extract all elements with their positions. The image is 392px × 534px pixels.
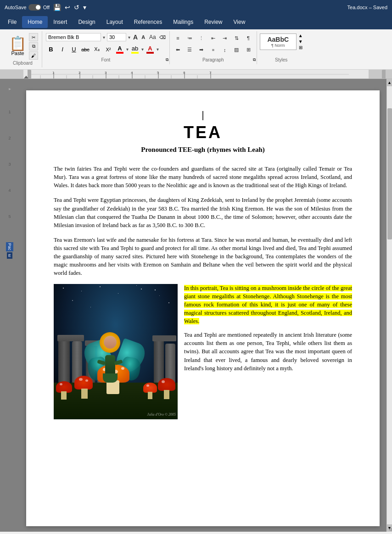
menu-home[interactable]: Home [22,16,48,28]
superscript-button[interactable]: X² [103,44,113,55]
ruler: 1 2 3 4 5 6 7 [0,70,392,79]
svg-text:4: 4 [131,71,133,75]
margin-indicator: ◄ [8,87,12,91]
menu-view[interactable]: View [228,16,251,28]
numbering-button[interactable]: ≔ [184,33,195,43]
font-expand[interactable]: ⧉ [166,57,168,62]
menu-design[interactable]: Design [73,16,101,28]
font-color-button[interactable]: A [115,44,125,55]
justify-button[interactable]: ≡ [208,45,219,55]
align-left-button[interactable]: ⬅ [173,45,184,55]
paragraph-2: Tea and Tephi were Egyptian princesses, … [54,196,352,229]
font-name-dropdown[interactable]: ▾ [103,35,105,40]
document-subtitle: Pronounced TEE-ugh (rhymes with Leah) [54,146,352,154]
title-bar-left: AutoSave Off 💾 ↩ ↺ ▾ [5,4,86,11]
document-title: TEA [54,123,352,142]
menu-references[interactable]: References [129,16,168,28]
style-normal[interactable]: AaBbC ¶ Norm [260,33,297,50]
cursor-bar [202,111,203,120]
menu-layout[interactable]: Layout [101,16,129,28]
font-size-input[interactable] [107,33,126,41]
svg-text:2: 2 [78,71,81,75]
scrollbar-track[interactable] [387,86,392,524]
paragraph-1: The twin fairies Tea and Tephi were the … [54,165,352,189]
shrink-font-button[interactable]: A [140,34,146,40]
styles-up-button[interactable]: ▲ [298,33,303,38]
grow-font-button[interactable]: A [132,33,139,41]
sort-button[interactable]: ⇅ [231,33,242,43]
page-indicator-2: E [7,252,12,259]
paste-button[interactable]: 📋 Paste [7,35,28,58]
fairy-image: Julia d'Oro © 2005 [54,284,178,419]
clipboard-label: Clipboard [13,61,33,66]
font-color-dropdown[interactable]: ▾ [126,47,129,52]
highlight-dropdown[interactable]: ▾ [141,47,144,52]
show-formatting-button[interactable]: ¶ [243,33,254,43]
multilevel-list-button[interactable]: ⋮ [196,33,207,43]
scrollbar-up-button[interactable]: ▲ [387,79,392,86]
styles-label: Styles [260,57,303,62]
styles-more-button[interactable]: ⊞ [298,45,303,50]
underline-button[interactable]: U [69,44,79,55]
image-credit: Julia d'Oro © 2005 [147,412,176,417]
cut-button[interactable]: ✂ [29,33,38,41]
autosave-label: AutoSave Off [5,4,50,11]
line-spacing-button[interactable]: ↕ [219,45,230,55]
menu-bar: File Home Insert Design Layout Reference… [0,15,392,29]
paragraph-expand[interactable]: ⧉ [253,57,256,62]
format-painter-button[interactable]: 🖌 [29,51,38,60]
document-area: ◄ 1 2 3 4 5 Pac E TEA Pronounced TEE-ugh… [0,79,392,532]
highlighted-paragraph: In this portrait, Tea is sitting on a mu… [184,284,352,326]
autosave-toggle[interactable] [28,4,41,11]
menu-mailings[interactable]: Mailings [168,16,199,28]
text-highlight-button[interactable]: ab [130,44,140,55]
undo-icon[interactable]: ↩ [65,4,70,11]
svg-text:7: 7 [209,71,212,75]
font-size-dropdown[interactable]: ▾ [128,35,130,40]
italic-button[interactable]: I [57,44,67,55]
document-body: The twin fairies Tea and Tephi were the … [54,165,352,419]
margin-numbers: 1 2 3 4 5 [8,110,11,240]
shading-button[interactable]: ▨ [231,45,242,55]
change-case-button[interactable]: Aa [148,34,157,40]
document-page: TEA Pronounced TEE-ugh (rhymes with Leah… [26,90,380,526]
menu-review[interactable]: Review [199,16,228,28]
paragraph-4: Tea and Tephi are mentioned repeatedly i… [184,331,352,373]
clipboard-expand[interactable]: ⧉ [389,527,392,532]
scrollbar-thumb[interactable] [387,108,392,240]
menu-insert[interactable]: Insert [48,16,73,28]
strikethrough-button[interactable]: abc [80,44,90,55]
clear-format-button[interactable]: ⌫ [159,35,166,40]
font-name-input[interactable] [46,33,101,41]
page-container[interactable]: TEA Pronounced TEE-ugh (rhymes with Leah… [19,79,386,532]
align-right-button[interactable]: ➡ [196,45,207,55]
font-color2-dropdown[interactable]: ▾ [157,47,159,52]
ribbon: 📋 Paste ✂ ⧉ 🖌 Clipboard ⧉ ▾ ▾ A A [0,29,392,70]
image-text-section: Julia d'Oro © 2005 In this portrait, Tea… [54,284,352,419]
copy-button[interactable]: ⧉ [29,42,38,50]
align-center-button[interactable]: ☰ [184,45,195,55]
paragraph-label: Paragraph [173,57,254,62]
more-icon[interactable]: ▾ [83,4,86,11]
subscript-button[interactable]: X₂ [92,44,102,55]
vertical-scrollbar[interactable]: ▲ ▼ [386,79,392,532]
decrease-indent-button[interactable]: ⇤ [208,33,219,43]
highlighted-text: In this portrait, Tea is sitting on a mu… [184,285,352,325]
font-section: ▾ ▾ A A Aa ⌫ B I U abc X₂ X² A ▾ [42,31,170,64]
save-icon[interactable]: 💾 [53,4,61,11]
document-filename: Tea.docx – Saved [347,5,387,10]
clipboard-section: 📋 Paste ✂ ⧉ 🖌 Clipboard ⧉ [4,31,42,67]
increase-indent-button[interactable]: ⇥ [219,33,230,43]
paragraph-section: ≡ ≔ ⋮ ⇤ ⇥ ⇅ ¶ ⬅ ☰ ➡ ≡ ↕ ▨ ⊞ Paragraph ⧉ [170,31,257,64]
font-color2-button[interactable]: A [145,44,155,55]
menu-file[interactable]: File [2,16,22,28]
svg-text:1: 1 [52,71,55,75]
borders-button[interactable]: ⊞ [243,45,254,55]
right-text-column: In this portrait, Tea is sitting on a mu… [184,284,352,419]
styles-section: AaBbC ¶ Norm ▲ ▼ ⊞ Styles [257,31,306,64]
redo-icon[interactable]: ↺ [74,4,79,11]
paragraph-3: Tea was Eremon's last wife and the names… [54,236,352,278]
bullets-button[interactable]: ≡ [173,33,184,43]
styles-down-button[interactable]: ▼ [298,39,303,44]
bold-button[interactable]: B [46,44,56,55]
